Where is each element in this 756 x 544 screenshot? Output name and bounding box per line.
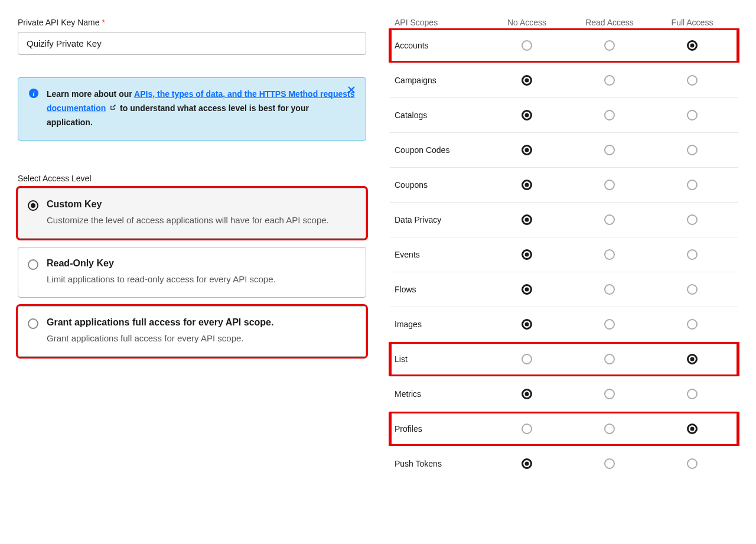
scope-radio-read-access[interactable] [604,110,615,120]
scopes-header: API Scopes No Access Read Access Full Ac… [390,18,738,28]
scope-row-push-tokens: Push Tokens [390,446,738,481]
scope-radio-read-access[interactable] [604,389,615,399]
scope-name: Coupons [395,180,485,190]
scope-radio-no-access[interactable] [522,319,532,330]
scope-radio-read-access[interactable] [604,249,615,260]
scope-radio-read-access[interactable] [604,180,615,190]
scope-radio-full-access[interactable] [687,40,698,51]
access-option-read-only-key[interactable]: Read-Only KeyLimit applications to read-… [18,247,366,298]
scopes-header-name: API Scopes [395,18,485,27]
required-star: * [102,18,105,27]
scope-radio-no-access[interactable] [522,249,532,260]
scope-name: Accounts [395,41,485,50]
radio-circle[interactable] [28,318,38,329]
radio-title: Read-Only Key [47,258,354,269]
radio-desc: Customize the level of access applicatio… [47,213,354,227]
info-text: Learn more about our APIs, the types of … [47,87,355,129]
external-link-icon [109,104,116,111]
scope-radio-full-access[interactable] [687,75,698,86]
scope-row-flows: Flows [390,272,738,307]
scope-radio-full-access[interactable] [687,319,698,330]
scope-row-coupon-codes: Coupon Codes [390,132,738,167]
scope-radio-no-access[interactable] [522,75,532,86]
scope-row-list: List [390,341,738,376]
api-key-name-label: Private API Key Name* [18,18,366,27]
scope-radio-no-access[interactable] [522,110,532,120]
scope-name: Images [395,320,485,329]
radio-circle[interactable] [28,200,38,211]
scope-radio-full-access[interactable] [687,249,698,260]
close-icon[interactable] [344,85,359,99]
scopes-header-no-access: No Access [485,18,568,27]
scope-radio-full-access[interactable] [687,424,698,434]
access-option-custom-key[interactable]: Custom KeyCustomize the level of access … [18,188,366,239]
scope-radio-read-access[interactable] [604,319,615,330]
radio-desc: Limit applications to read-only access f… [47,272,354,286]
scope-row-catalogs: Catalogs [390,97,738,132]
scope-radio-full-access[interactable] [687,389,698,399]
scope-name: List [395,354,485,364]
scope-radio-full-access[interactable] [687,110,698,120]
scope-radio-read-access[interactable] [604,354,615,364]
scope-radio-read-access[interactable] [604,424,615,434]
scope-radio-no-access[interactable] [522,424,532,434]
scope-row-profiles: Profiles [390,411,738,446]
scope-row-events: Events [390,237,738,272]
scope-radio-no-access[interactable] [522,458,532,469]
scope-radio-read-access[interactable] [604,458,615,469]
scope-name: Events [395,250,485,259]
scope-name: Campaigns [395,76,485,85]
info-callout: i Learn more about our APIs, the types o… [18,77,366,141]
scope-radio-full-access[interactable] [687,145,698,155]
radio-circle[interactable] [28,259,38,270]
scope-name: Push Tokens [395,459,485,468]
scope-radio-read-access[interactable] [604,214,615,225]
scope-row-campaigns: Campaigns [390,63,738,97]
radio-desc: Grant applications full access for every… [47,331,354,346]
scope-radio-no-access[interactable] [522,40,532,51]
scope-row-coupons: Coupons [390,167,738,202]
scope-radio-read-access[interactable] [604,284,615,295]
scopes-header-full-access: Full Access [651,18,734,27]
scope-radio-full-access[interactable] [687,214,698,225]
api-key-name-input[interactable] [18,32,366,55]
info-icon: i [29,89,38,98]
scope-radio-read-access[interactable] [604,145,615,155]
scope-radio-no-access[interactable] [522,145,532,155]
scope-radio-read-access[interactable] [604,40,615,51]
scope-name: Coupon Codes [395,145,485,155]
scope-radio-read-access[interactable] [604,75,615,86]
scope-name: Metrics [395,389,485,399]
scope-name: Flows [395,285,485,294]
scope-radio-full-access[interactable] [687,180,698,190]
scope-name: Catalogs [395,110,485,120]
scope-row-images: Images [390,307,738,341]
radio-title: Grant applications full access for every… [47,317,354,328]
scope-name: Data Privacy [395,215,485,224]
scope-radio-full-access[interactable] [687,284,698,295]
scope-radio-no-access[interactable] [522,214,532,225]
scope-row-data-privacy: Data Privacy [390,202,738,237]
scope-radio-full-access[interactable] [687,354,698,364]
scope-radio-no-access[interactable] [522,180,532,190]
scope-row-metrics: Metrics [390,376,738,411]
access-level-heading: Select Access Level [18,174,366,183]
scope-name: Profiles [395,424,485,434]
access-option-grant-applications-full-access-for-every-api-scope[interactable]: Grant applications full access for every… [18,306,366,357]
scope-radio-no-access[interactable] [522,389,532,399]
scope-radio-full-access[interactable] [687,458,698,469]
scope-radio-no-access[interactable] [522,354,532,364]
scope-row-accounts: Accounts [390,28,738,63]
radio-title: Custom Key [47,199,354,210]
scopes-header-read-access: Read Access [568,18,651,27]
scope-radio-no-access[interactable] [522,284,532,295]
